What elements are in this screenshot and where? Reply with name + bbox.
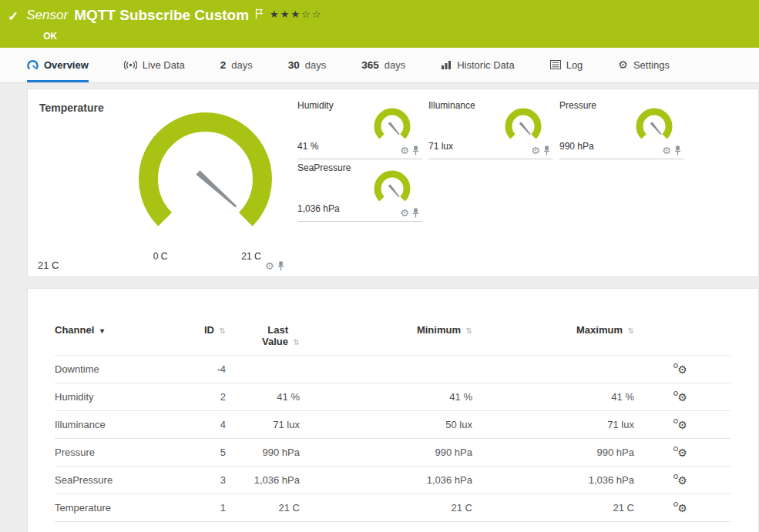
main-gauge-value: 21 C	[38, 259, 59, 271]
col-header-actions	[634, 324, 730, 356]
gauge-pin-icon[interactable]	[674, 146, 681, 156]
content-area: Temperature 0 C 21 C 21 C ⚙ Humidity	[0, 83, 759, 532]
cell-id: -4	[178, 356, 226, 383]
tab-365-days-unit: days	[385, 59, 405, 71]
gauges-panel: Temperature 0 C 21 C 21 C ⚙ Humidity	[27, 89, 759, 277]
channels-table: Channel ▾ ID ⇅ Last Value ⇅ Minimum	[55, 324, 730, 522]
col-header-maximum[interactable]: Maximum ⇅	[472, 324, 634, 356]
col-channel-label: Channel	[55, 324, 94, 336]
main-gauge-settings-icon[interactable]: ⚙	[265, 260, 274, 272]
sensor-header: ✓ Sensor MQTT Subscribe Custom ★★★☆☆ OK	[0, 0, 759, 48]
cell-maximum: 21 C	[472, 494, 634, 522]
cell-minimum: 990 hPa	[300, 439, 472, 467]
channel-edit-icon[interactable]: ⚙	[677, 419, 687, 431]
gauge-humidity: Humidity 41 % ⚙	[297, 99, 422, 159]
settings-gear-icon: ⚙	[618, 59, 628, 71]
gauge-settings-icon[interactable]: ⚙	[662, 145, 671, 156]
status-ok-check-icon: ✓	[8, 8, 18, 25]
cell-minimum: 21 C	[300, 494, 472, 522]
tab-2-days-unit: days	[231, 59, 252, 71]
gauge-pressure: Pressure 990 hPa ⚙	[559, 99, 684, 159]
channel-edit-icon[interactable]: ⚙	[677, 391, 687, 403]
gauge-value: 41 %	[297, 141, 318, 152]
gauge-pin-icon[interactable]	[412, 208, 419, 218]
cell-channel: Illuminance	[55, 411, 178, 439]
sensor-status-badge: OK	[43, 31, 57, 42]
tab-365-days[interactable]: 365 days	[361, 48, 405, 82]
cell-id: 2	[178, 383, 226, 411]
sensor-type-label: Sensor	[26, 7, 68, 23]
cell-minimum: 1,036 hPa	[300, 467, 472, 494]
gauge-settings-icon[interactable]: ⚙	[400, 207, 409, 219]
cell-maximum	[472, 356, 634, 383]
cell-minimum: 50 lux	[300, 411, 472, 439]
cell-last-value: 990 hPa	[226, 439, 300, 467]
cell-maximum: 990 hPa	[472, 439, 634, 467]
cell-channel: Humidity	[55, 383, 178, 411]
tab-overview[interactable]: Overview	[27, 48, 89, 82]
main-gauge-title: Temperature	[39, 102, 104, 114]
cell-actions: ⚙	[634, 467, 730, 494]
cell-actions: ⚙	[634, 383, 730, 411]
pressure-dial	[631, 108, 677, 148]
gauge-settings-icon[interactable]: ⚙	[531, 145, 540, 156]
channel-edit-icon[interactable]: ⚙	[677, 447, 687, 459]
main-gauge-pin-icon[interactable]	[277, 261, 284, 271]
col-minimum-label: Minimum	[417, 324, 461, 336]
flag-icon[interactable]	[255, 8, 264, 19]
tab-settings[interactable]: ⚙ Settings	[618, 48, 670, 82]
channel-edit-icon[interactable]: ⚙	[677, 474, 687, 487]
tab-historic-data-label: Historic Data	[457, 59, 514, 71]
table-row-seapressure: SeaPressure 3 1,036 hPa 1,036 hPa 1,036 …	[55, 467, 730, 494]
sensor-title: MQTT Subscribe Custom	[74, 7, 249, 24]
tab-30-days[interactable]: 30 days	[288, 48, 327, 82]
channel-edit-icon[interactable]: ⚙	[677, 363, 687, 376]
cell-actions: ⚙	[634, 439, 730, 467]
gauge-value: 71 lux	[428, 141, 453, 152]
humidity-dial	[369, 108, 415, 148]
gauge-settings-icon[interactable]: ⚙	[400, 145, 409, 156]
tab-2-days-number: 2	[220, 59, 227, 71]
cell-id: 3	[178, 467, 226, 494]
cell-maximum: 1,036 hPa	[472, 467, 634, 494]
table-row-illuminance: Illuminance 4 71 lux 50 lux 71 lux ⚙	[55, 411, 730, 439]
gauge-pin-icon[interactable]	[412, 146, 419, 156]
tab-log[interactable]: Log	[550, 48, 583, 82]
gauge-pin-icon[interactable]	[543, 146, 550, 156]
gauge-value: 990 hPa	[559, 141, 594, 152]
channel-edit-icon[interactable]: ⚙	[677, 502, 687, 514]
sensor-title-block: Sensor MQTT Subscribe Custom ★★★☆☆ OK	[26, 7, 322, 42]
cell-maximum: 71 lux	[472, 411, 634, 439]
col-header-id[interactable]: ID ⇅	[178, 324, 226, 356]
priority-stars[interactable]: ★★★☆☆	[270, 8, 322, 20]
mini-gauges-grid: Humidity 41 % ⚙	[297, 99, 684, 222]
cell-last-value: 21 C	[226, 494, 300, 522]
live-data-icon	[124, 60, 137, 70]
tab-historic-data[interactable]: Historic Data	[441, 48, 514, 82]
cell-id: 5	[178, 439, 226, 467]
table-row-humidity: Humidity 2 41 % 41 % 41 % ⚙	[55, 383, 730, 411]
table-header-row: Channel ▾ ID ⇅ Last Value ⇅ Minimum	[55, 324, 730, 356]
tab-2-days[interactable]: 2 days	[220, 48, 253, 82]
tab-30-days-unit: days	[305, 59, 326, 71]
col-header-last-value[interactable]: Last Value ⇅	[226, 324, 300, 356]
cell-channel: Pressure	[55, 439, 178, 467]
cell-actions: ⚙	[634, 356, 730, 383]
cell-channel: SeaPressure	[55, 467, 178, 494]
seapressure-dial	[369, 170, 415, 210]
cell-channel: Downtime	[55, 356, 178, 383]
cell-actions: ⚙	[634, 494, 730, 522]
col-header-channel[interactable]: Channel ▾	[55, 324, 178, 356]
illuminance-dial	[500, 108, 546, 148]
sort-caret-icon: ▾	[100, 326, 104, 335]
cell-last-value: 41 %	[226, 383, 300, 411]
tab-live-data[interactable]: Live Data	[124, 48, 185, 82]
table-row-temperature: Temperature 1 21 C 21 C 21 C ⚙	[55, 494, 730, 522]
temperature-dial	[134, 109, 277, 240]
main-gauge-max-label: 21 C	[234, 251, 268, 262]
log-icon	[550, 60, 561, 69]
cell-id: 1	[178, 494, 226, 522]
cell-minimum: 41 %	[300, 383, 472, 411]
cell-actions: ⚙	[634, 411, 730, 439]
col-header-minimum[interactable]: Minimum ⇅	[300, 324, 472, 356]
